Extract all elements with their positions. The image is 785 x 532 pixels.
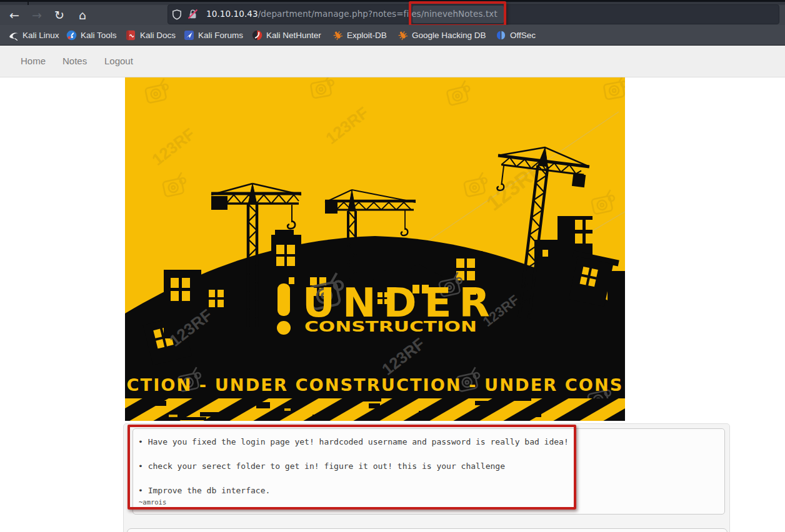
ticker-text: CTION - UNDER CONSTRUCTION - UNDER CONS — [127, 375, 624, 395]
google-hacking-db-bug-icon — [398, 30, 408, 41]
bookmark-offsec[interactable]: OffSec — [496, 25, 536, 45]
offsec-icon — [496, 30, 506, 41]
kali-forums-icon — [184, 30, 194, 41]
reload-icon[interactable]: ↻ — [50, 5, 69, 25]
site-navbar: Home Notes Logout — [0, 46, 785, 77]
bookmark-kali-nethunter[interactable]: Kali NetHunter — [252, 25, 321, 45]
bookmarks-toolbar: Kali Linux Kali Tools Kali Docs Kali For… — [0, 25, 785, 46]
nav-link-home[interactable]: Home — [21, 46, 46, 77]
url-path: /department/manage.php?notes=files/ninev… — [258, 9, 498, 19]
kali-tools-icon — [66, 30, 77, 41]
bookmark-exploit-db[interactable]: Exploit-DB — [332, 25, 387, 45]
kali-docs-book-icon — [126, 30, 136, 41]
insecure-lock-icon[interactable] — [188, 9, 198, 20]
hazard-stripe-band — [125, 398, 625, 421]
second-panel-box — [127, 528, 728, 532]
note-line: • Improve the db interface. — [138, 486, 270, 496]
bookmark-kali-docs[interactable]: Kali Docs — [126, 25, 176, 45]
note-line: • Have you fixed the login page yet! har… — [138, 437, 569, 448]
back-icon[interactable]: ← — [5, 5, 24, 25]
home-icon[interactable]: ⌂ — [73, 5, 92, 25]
shield-icon[interactable] — [172, 9, 182, 21]
exploit-db-bug-icon — [332, 30, 343, 41]
forward-icon[interactable]: → — [28, 5, 46, 25]
nav-link-logout[interactable]: Logout — [104, 46, 133, 77]
nav-link-notes[interactable]: Notes — [62, 46, 87, 77]
bookmark-kali-forums[interactable]: Kali Forums — [184, 25, 243, 45]
url-host: 10.10.10.43 — [206, 9, 258, 19]
note-signature: ~amrois — [139, 498, 166, 506]
note-line: • check your serect folder to get in! fi… — [138, 461, 505, 472]
kali-nethunter-icon — [252, 30, 262, 41]
headline-group: UNDER CONSTRUCTION — [277, 280, 498, 335]
under-construction-image: 123RF 123RF 123RF — [125, 77, 625, 421]
bookmark-kali-linux[interactable]: Kali Linux — [8, 25, 59, 45]
bookmark-kali-tools[interactable]: Kali Tools — [66, 25, 117, 45]
kali-dragon-icon — [8, 30, 19, 41]
bookmark-google-hacking-db[interactable]: Google Hacking DB — [398, 25, 486, 45]
url-text[interactable]: 10.10.10.43/department/manage.php?notes=… — [206, 5, 498, 24]
exclamation-mark — [277, 283, 291, 335]
headline-construction: CONSTRUCTION — [304, 318, 477, 335]
